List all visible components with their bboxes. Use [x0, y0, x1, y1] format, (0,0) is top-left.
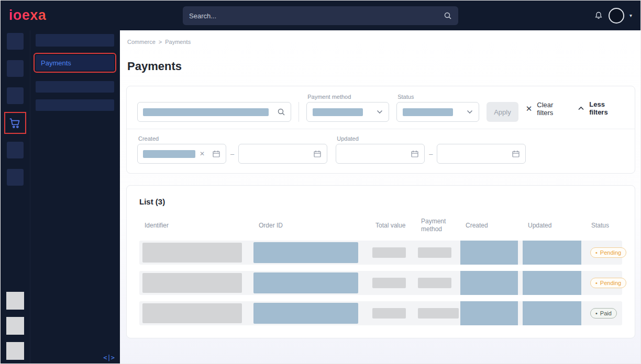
- sidebar-bottom-placeholder[interactable]: [6, 317, 24, 335]
- breadcrumb-separator: >: [159, 39, 162, 45]
- created-from-date-input[interactable]: ✕: [137, 144, 226, 164]
- app-logo[interactable]: ioexa: [9, 7, 47, 24]
- breadcrumb: Commerce > Payments: [127, 39, 635, 45]
- user-avatar[interactable]: [609, 8, 624, 24]
- status-dot-icon: •: [595, 280, 598, 286]
- apply-button[interactable]: Apply: [487, 102, 518, 122]
- column-header-payment-method: Payment method: [416, 218, 460, 233]
- calendar-icon[interactable]: [512, 150, 520, 158]
- payment-method-field: Payment method: [306, 94, 389, 122]
- sidebar-icon-placeholder[interactable]: [7, 142, 24, 158]
- updated-placeholder: [523, 241, 581, 265]
- clear-filters-button[interactable]: ✕ Clear filters: [526, 101, 571, 117]
- table-row[interactable]: • Paid: [139, 301, 622, 325]
- status-label: Pending: [600, 249, 621, 256]
- chevron-up-icon: [578, 106, 584, 110]
- status-badge: • Pending: [590, 247, 626, 258]
- filter-search-input[interactable]: [137, 102, 291, 122]
- less-filters-label: Less filters: [589, 100, 624, 116]
- global-search-input[interactable]: Search...: [183, 6, 458, 25]
- order-id-placeholder: [253, 242, 358, 263]
- topbar: ioexa Search... ▾: [1, 1, 640, 30]
- menu-item-placeholder[interactable]: [36, 99, 114, 111]
- breadcrumb-payments: Payments: [165, 39, 191, 45]
- divider: [127, 129, 635, 129]
- sidebar-icon-placeholder[interactable]: [7, 33, 24, 50]
- divider: [299, 102, 299, 122]
- range-dash: –: [230, 150, 234, 158]
- clear-filters-label: Clear filters: [537, 101, 570, 117]
- sidebar-bottom-placeholder[interactable]: [6, 342, 24, 360]
- sidebar-icon-placeholder[interactable]: [7, 60, 24, 77]
- column-header-total-value: Total value: [370, 222, 416, 230]
- total-value-placeholder: [372, 247, 406, 258]
- column-header-updated: Updated: [523, 222, 586, 230]
- sidebar-icon-placeholder[interactable]: [7, 87, 24, 104]
- order-id-placeholder: [253, 272, 358, 293]
- menu-item-placeholder[interactable]: [36, 34, 114, 47]
- sidebar-item-payments[interactable]: Payments: [36, 55, 114, 71]
- payments-list-panel: List (3) Identifier Order ID Total value…: [126, 185, 635, 338]
- chevron-down-icon: [467, 110, 473, 114]
- sidebar-item-commerce[interactable]: [7, 115, 24, 131]
- close-icon: ✕: [526, 104, 533, 113]
- chevron-down-icon[interactable]: ▾: [629, 13, 632, 18]
- status-select[interactable]: [396, 102, 479, 122]
- topbar-actions: ▾: [594, 8, 632, 24]
- column-header-identifier: Identifier: [139, 222, 253, 230]
- updated-to-date-input[interactable]: [437, 144, 526, 164]
- status-label: Pending: [600, 280, 621, 286]
- select-value-placeholder: [313, 108, 363, 116]
- search-icon: [277, 108, 285, 116]
- menu-sidebar: Payments <|>: [30, 30, 120, 363]
- status-badge: • Paid: [590, 308, 617, 318]
- created-placeholder: [460, 271, 518, 295]
- created-label: Created: [138, 135, 327, 142]
- table-row[interactable]: • Pending: [139, 241, 622, 265]
- column-header-status: Status: [586, 222, 622, 230]
- total-value-placeholder: [372, 308, 406, 318]
- sidebar-bottom-placeholder[interactable]: [6, 292, 24, 310]
- created-range-field: Created ✕ –: [137, 135, 327, 164]
- clear-date-icon[interactable]: ✕: [200, 150, 205, 157]
- bell-icon[interactable]: [594, 11, 603, 20]
- calendar-icon[interactable]: [212, 150, 220, 158]
- status-label: Paid: [600, 310, 612, 316]
- select-value-placeholder: [403, 108, 453, 116]
- total-value-placeholder: [372, 278, 406, 288]
- cart-icon: [8, 116, 22, 130]
- search-value-placeholder: [143, 108, 269, 116]
- menu-item-placeholder[interactable]: [36, 81, 114, 93]
- calendar-icon[interactable]: [411, 150, 419, 158]
- sidebar-collapse-icon[interactable]: <|>: [103, 354, 115, 361]
- identifier-placeholder: [142, 303, 242, 323]
- updated-placeholder: [523, 271, 581, 295]
- less-filters-button[interactable]: Less filters: [578, 100, 624, 116]
- status-dot-icon: •: [595, 310, 598, 316]
- column-header-order-id: Order ID: [253, 222, 370, 230]
- global-search-placeholder: Search...: [189, 12, 216, 20]
- created-placeholder: [460, 301, 518, 325]
- list-title: List (3): [139, 197, 622, 206]
- payment-method-placeholder: [418, 308, 459, 318]
- calendar-icon[interactable]: [313, 150, 322, 158]
- payment-method-select[interactable]: [306, 102, 389, 122]
- updated-from-date-input[interactable]: [336, 144, 425, 164]
- main-content: Commerce > Payments Payments: [120, 30, 640, 363]
- order-id-placeholder: [253, 303, 358, 324]
- filters-panel: Payment method Status: [126, 86, 635, 174]
- identifier-placeholder: [142, 243, 242, 263]
- updated-placeholder: [523, 301, 581, 325]
- icon-sidebar: [1, 30, 30, 363]
- sidebar-item-payments-label: Payments: [41, 59, 71, 67]
- status-label: Status: [397, 94, 479, 100]
- range-dash: –: [429, 150, 433, 158]
- created-to-date-input[interactable]: [238, 144, 327, 164]
- sidebar-icon-placeholder[interactable]: [7, 169, 24, 186]
- table-header: Identifier Order ID Total value Payment …: [139, 217, 622, 234]
- payment-method-placeholder: [418, 247, 451, 258]
- table-row[interactable]: • Pending: [139, 271, 622, 295]
- page-title: Payments: [127, 60, 635, 73]
- breadcrumb-commerce[interactable]: Commerce: [127, 39, 156, 45]
- chevron-down-icon: [377, 110, 383, 114]
